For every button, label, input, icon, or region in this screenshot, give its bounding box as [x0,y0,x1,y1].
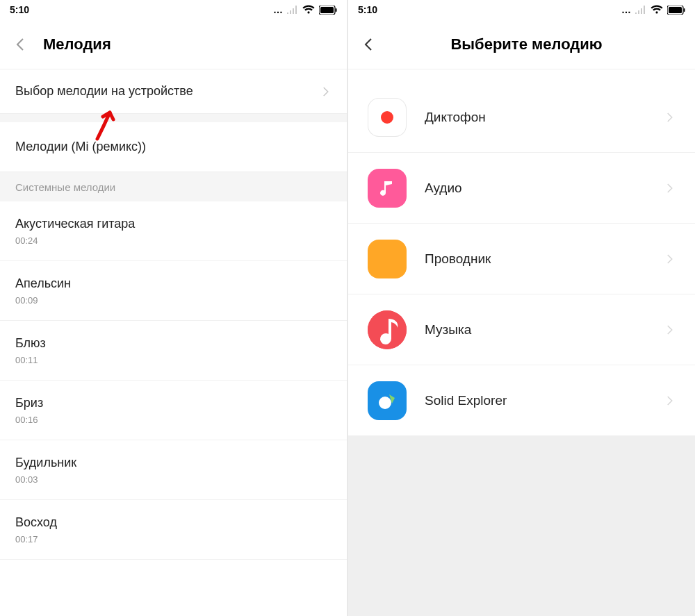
folder-icon [368,240,407,278]
battery-icon [319,6,337,15]
track-title: Будильник [15,456,76,470]
mi-remix-label: Мелодии (Mi (ремикс)) [15,140,146,154]
track-row[interactable]: Блюз 00:11 [0,321,347,381]
page-title: Мелодия [43,35,111,53]
music-note-icon [368,310,407,349]
chevron-right-icon [319,85,332,98]
svg-point-6 [381,111,393,124]
app-row-solid-explorer[interactable]: Solid Explorer [348,365,695,436]
track-duration: 00:17 [15,534,38,544]
music-note-icon [368,169,407,208]
battery-icon [667,6,685,15]
track-duration: 00:16 [15,415,38,425]
record-icon [368,98,407,137]
header: Выберите мелодию [348,19,695,69]
status-bar: 5:10 … [348,0,695,19]
track-row[interactable]: Апельсин 00:09 [0,261,347,321]
app-row-music[interactable]: Музыка [348,294,695,365]
app-label: Музыка [425,322,645,338]
app-label: Аудио [425,181,645,196]
screen-right: 5:10 … Выберите мелодию Диктофон Аудио [348,0,695,616]
status-right: … [621,4,685,15]
spacer [348,69,695,82]
svg-rect-4 [669,7,682,13]
app-label: Проводник [425,251,645,267]
solid-explorer-icon [368,381,407,420]
status-right: … [273,4,337,15]
choose-on-device-label: Выбор мелодии на устройстве [15,84,193,99]
track-title: Блюз [15,336,46,351]
svg-rect-2 [336,8,337,12]
wifi-icon [651,5,663,15]
track-row[interactable]: Бриз 00:16 [0,381,347,440]
signal-icon [287,6,298,14]
app-label: Solid Explorer [425,393,645,408]
track-row[interactable]: Восход 00:17 [0,500,347,560]
status-more-icon: … [621,4,631,15]
track-title: Бриз [15,396,43,410]
chevron-right-icon [663,394,676,407]
app-row-files[interactable]: Проводник [348,224,695,294]
section-system-melodies: Системные мелодии [0,172,347,201]
track-duration: 00:24 [15,235,38,246]
screen-left: 5:10 … Мелодия Выбор мелодии на устройст… [0,0,347,616]
wifi-icon [302,5,315,15]
svg-rect-5 [684,8,685,12]
mi-remix-row[interactable]: Мелодии (Mi (ремикс)) [0,122,347,172]
signal-icon [635,6,646,14]
status-time: 5:10 [10,4,29,15]
chevron-right-icon [663,253,676,265]
svg-rect-1 [320,7,334,13]
status-bar: 5:10 … [0,0,347,19]
page-title: Выберите мелодию [391,35,662,53]
app-row-recorder[interactable]: Диктофон [348,82,695,153]
track-title: Акустическая гитара [15,217,135,231]
back-icon[interactable] [361,36,377,53]
status-time: 5:10 [358,4,377,15]
track-title: Апельсин [15,276,71,291]
app-list: Диктофон Аудио Проводник Музыка [348,69,695,616]
track-row[interactable]: Акустическая гитара 00:24 [0,201,347,261]
chevron-right-icon [663,182,676,194]
track-row[interactable]: Будильник 00:03 [0,440,347,500]
chevron-right-icon [663,111,676,124]
empty-space [348,436,695,616]
track-duration: 00:03 [15,474,38,485]
choose-on-device-row[interactable]: Выбор мелодии на устройстве [0,69,347,114]
track-duration: 00:09 [15,295,38,306]
status-more-icon: … [273,4,283,15]
svg-point-8 [379,397,391,409]
back-icon[interactable] [13,36,29,53]
chevron-right-icon [663,324,676,336]
track-title: Восход [15,515,57,530]
divider [0,114,347,122]
app-row-audio[interactable]: Аудио [348,153,695,224]
app-label: Диктофон [425,110,645,125]
header: Мелодия [0,19,347,69]
track-duration: 00:11 [15,355,38,365]
